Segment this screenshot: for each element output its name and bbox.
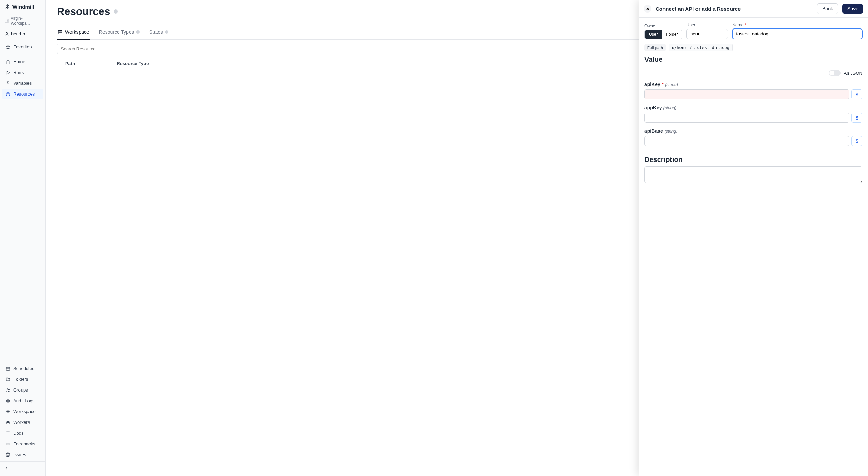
play-icon <box>6 70 10 75</box>
panel-title: Connect an API or add a Resource <box>656 6 813 12</box>
user-icon <box>4 32 9 36</box>
value-section-title: Value <box>644 56 862 64</box>
user-label: User <box>686 23 728 27</box>
svg-point-13 <box>8 444 9 444</box>
svg-point-12 <box>7 444 8 444</box>
full-path-label: Full path <box>644 44 666 51</box>
owner-folder-btn[interactable]: Folder <box>662 30 682 39</box>
star-icon <box>6 44 10 49</box>
nav-label: Home <box>13 59 25 64</box>
nav-feedbacks[interactable]: Feedbacks <box>2 438 43 449</box>
nav-schedules[interactable]: Schedules <box>2 363 43 374</box>
nav-label: Feedbacks <box>13 441 35 446</box>
discord-icon <box>6 442 10 446</box>
field-apibase: apiBase (string) $ <box>644 128 862 146</box>
nav-issues[interactable]: Issues <box>2 449 43 460</box>
nav-label: Variables <box>13 81 32 86</box>
apibase-var-button[interactable]: $ <box>851 136 862 146</box>
owner-user-btn[interactable]: User <box>645 30 662 39</box>
json-toggle[interactable] <box>829 70 841 76</box>
field-appkey: appKey (string) $ <box>644 105 862 123</box>
brand[interactable]: Windmill <box>0 0 45 13</box>
nav-resources[interactable]: Resources <box>2 89 43 99</box>
dollar-icon <box>6 81 10 86</box>
nav-docs[interactable]: Docs <box>2 428 43 438</box>
field-type: (string) <box>663 106 676 110</box>
svg-point-5 <box>7 388 8 390</box>
svg-marker-2 <box>6 45 10 49</box>
info-icon[interactable] <box>114 9 118 14</box>
owner-label: Owner <box>644 24 682 28</box>
nav-label: Folders <box>13 377 28 382</box>
field-label: apiBase (string) <box>644 128 862 134</box>
nav-primary: Favorites <box>0 39 45 54</box>
owner-field: Owner User Folder <box>644 24 682 39</box>
home-icon <box>6 59 10 64</box>
svg-point-6 <box>8 389 9 390</box>
full-path-row: Full path u/henri/fastest_datadog <box>644 44 862 51</box>
nav-folders[interactable]: Folders <box>2 374 43 385</box>
tab-workspace[interactable]: Workspace <box>57 26 90 40</box>
svg-point-10 <box>7 422 8 423</box>
tab-resource-types[interactable]: Resource Types <box>98 26 140 40</box>
apikey-var-button[interactable]: $ <box>851 89 862 99</box>
back-button[interactable]: Back <box>817 3 838 14</box>
nav-secondary: Schedules Folders Groups Audit Logs Work… <box>0 361 45 461</box>
appkey-var-button[interactable]: $ <box>851 113 862 123</box>
bot-icon <box>6 420 10 425</box>
owner-segmented: User Folder <box>644 30 682 39</box>
nav-groups[interactable]: Groups <box>2 385 43 395</box>
name-input[interactable] <box>732 29 862 39</box>
svg-marker-3 <box>7 71 10 74</box>
col-type: Resource Type <box>117 61 149 66</box>
nav-favorites[interactable]: Favorites <box>2 41 43 52</box>
sidebar: Windmill virgin-workspa... henri ▼ Favor… <box>0 0 46 476</box>
json-toggle-row: As JSON <box>644 70 862 76</box>
panel-body: Owner User Folder User Name * Full path <box>639 18 868 476</box>
save-button[interactable]: Save <box>842 4 863 14</box>
apikey-input[interactable] <box>644 89 849 99</box>
tab-label: States <box>149 29 163 35</box>
nav-workspace[interactable]: Workspace <box>2 406 43 417</box>
side-panel: Connect an API or add a Resource Back Sa… <box>639 0 868 476</box>
description-title: Description <box>644 156 862 164</box>
calendar-icon <box>6 366 10 371</box>
nav-home[interactable]: Home <box>2 56 43 67</box>
nav-runs[interactable]: Runs <box>2 67 43 78</box>
users-icon <box>6 388 10 393</box>
tab-states[interactable]: States <box>149 26 169 40</box>
user-name: henri <box>11 31 21 36</box>
user-menu[interactable]: henri ▼ <box>0 28 45 39</box>
name-field: Name * <box>732 23 862 39</box>
col-path: Path <box>65 61 75 66</box>
nav-main: Home Runs Variables Resources <box>0 54 45 101</box>
book-icon <box>6 431 10 436</box>
svg-rect-4 <box>6 367 10 370</box>
svg-rect-0 <box>5 19 8 23</box>
info-icon <box>136 30 140 34</box>
user-input[interactable] <box>686 29 728 39</box>
panel-header: Connect an API or add a Resource Back Sa… <box>639 0 868 18</box>
nav-label: Workspace <box>13 409 36 414</box>
appkey-input[interactable] <box>644 113 849 123</box>
close-button[interactable] <box>644 5 651 13</box>
nav-audit-logs[interactable]: Audit Logs <box>2 395 43 406</box>
nav-variables[interactable]: Variables <box>2 78 43 89</box>
nav-label: Resources <box>13 91 35 97</box>
workspace-switcher[interactable]: virgin-workspa... <box>0 13 45 28</box>
svg-rect-14 <box>58 30 62 32</box>
svg-point-7 <box>7 400 9 402</box>
tab-label: Workspace <box>65 29 89 35</box>
full-path-value: u/henri/fastest_datadog <box>669 44 733 51</box>
nav-workers[interactable]: Workers <box>2 417 43 428</box>
description-input[interactable] <box>644 166 862 183</box>
eye-icon <box>6 399 10 403</box>
collapse-icon[interactable] <box>4 466 9 471</box>
field-type: (string) <box>665 129 677 134</box>
apibase-input[interactable] <box>644 136 849 146</box>
field-type: (string) <box>665 82 678 87</box>
svg-point-11 <box>8 422 9 423</box>
nav-label: Schedules <box>13 366 34 371</box>
tab-label: Resource Types <box>99 29 134 35</box>
page-title-text: Resources <box>57 6 110 17</box>
